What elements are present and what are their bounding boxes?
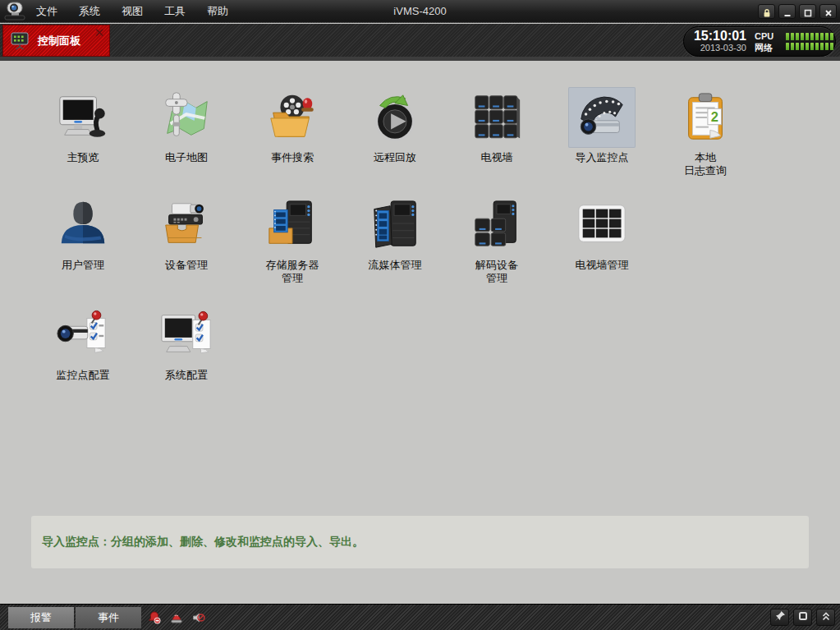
tile-system-config[interactable]: 系统配置 xyxy=(133,305,240,382)
menu-item-view[interactable]: 视图 xyxy=(122,4,143,19)
camera-config-icon xyxy=(49,305,117,366)
network-usage-meter xyxy=(786,43,833,50)
cpu-usage-meter xyxy=(786,33,833,40)
lock-icon xyxy=(762,7,772,16)
siren-icon[interactable] xyxy=(170,611,183,628)
tile-label: 电子地图 xyxy=(133,151,240,164)
function-description-box: 导入监控点：分组的添加、删除、修改和监控点的导入、导出。 xyxy=(31,516,809,568)
status-bar-buttons xyxy=(770,609,835,626)
tile-label: 电视墙 xyxy=(443,151,550,164)
import-camera-icon xyxy=(568,87,636,148)
menu-item-system[interactable]: 系统 xyxy=(79,4,100,19)
maximize-icon xyxy=(803,7,813,16)
menu-item-file[interactable]: 文件 xyxy=(36,4,57,19)
tile-label: 主预览 xyxy=(30,151,136,164)
tile-label: 本地日志查询 xyxy=(652,151,759,177)
close-button[interactable] xyxy=(819,4,837,19)
stream-media-icon xyxy=(361,195,429,255)
pin-button[interactable] xyxy=(770,609,789,626)
alarm-clear-icon[interactable] xyxy=(148,611,161,628)
tv-wall-icon xyxy=(463,87,530,148)
user-management-icon xyxy=(49,195,117,255)
tile-label: 用户管理 xyxy=(30,259,136,272)
svg-text:2: 2 xyxy=(711,109,718,124)
clock-date: 2013-03-30 xyxy=(684,44,746,53)
tile-user-management[interactable]: 用户管理 xyxy=(30,195,136,272)
system-monitor-pill: 15:10:01 2013-03-30 CPU 网络 xyxy=(683,26,836,57)
tile-local-log[interactable]: 2本地日志查询 xyxy=(652,87,759,177)
tile-device-management[interactable]: 设备管理 xyxy=(133,195,240,272)
tile-emap[interactable]: 电子地图 xyxy=(133,87,240,164)
panel-restore-button[interactable] xyxy=(793,609,812,626)
remote-playback-icon xyxy=(361,87,429,148)
tile-camera-config[interactable]: 监控点配置 xyxy=(30,305,136,382)
tile-storage-server[interactable]: 存储服务器管理 xyxy=(239,195,346,285)
tile-label: 流媒体管理 xyxy=(342,259,448,272)
tile-stream-media[interactable]: 流媒体管理 xyxy=(342,195,448,272)
tile-label: 设备管理 xyxy=(133,259,240,272)
tile-import-camera[interactable]: 导入监控点 xyxy=(549,87,655,164)
cctv-camera-logo-icon xyxy=(2,1,30,22)
storage-server-icon xyxy=(259,195,326,255)
tile-tv-wall-mgmt[interactable]: 电视墙管理 xyxy=(549,195,655,272)
app-window: 文件系统视图工具帮助 iVMS-4200 控制面板 ✕ 15:10:01 xyxy=(0,0,840,630)
emap-icon xyxy=(153,87,220,148)
clock-time: 15:10:01 xyxy=(684,30,746,44)
tile-label: 电视墙管理 xyxy=(549,259,655,272)
tile-label: 远程回放 xyxy=(342,151,448,164)
close-icon xyxy=(824,7,833,16)
window-controls xyxy=(758,4,837,19)
menu-bar-items: 文件系统视图工具帮助 xyxy=(0,4,228,19)
status-bar-icons xyxy=(148,611,205,628)
tile-label: 系统配置 xyxy=(133,369,240,382)
panel-restore-icon xyxy=(797,610,809,625)
maximize-button[interactable] xyxy=(799,4,816,19)
tab-control-panel[interactable]: 控制面板 ✕ xyxy=(2,25,110,57)
device-management-icon xyxy=(153,195,220,255)
collapse-icon xyxy=(820,610,832,625)
tile-tv-wall[interactable]: 电视墙 xyxy=(443,87,550,164)
tile-label: 解码设备管理 xyxy=(443,259,550,285)
decoder-icon xyxy=(463,195,530,255)
event-search-icon xyxy=(259,87,326,148)
tile-label: 存储服务器管理 xyxy=(239,259,346,285)
main-preview-icon xyxy=(49,87,117,148)
local-log-icon: 2 xyxy=(672,87,739,148)
tile-label: 监控点配置 xyxy=(30,369,136,382)
minimize-button[interactable] xyxy=(778,4,796,19)
control-panel-icon xyxy=(10,31,30,51)
network-label: 网络 xyxy=(755,42,784,53)
window-title: iVMS-4200 xyxy=(393,5,446,17)
status-bar: 报警 事件 xyxy=(0,604,840,630)
collapse-button[interactable] xyxy=(816,609,835,626)
tile-label: 事件搜索 xyxy=(239,151,346,164)
tab-label: 控制面板 xyxy=(38,34,80,48)
tab-bar: 控制面板 ✕ 15:10:01 2013-03-30 CPU 网络 xyxy=(0,24,840,61)
lock-button[interactable] xyxy=(758,4,775,19)
system-config-icon xyxy=(153,305,220,366)
minimize-icon xyxy=(783,7,792,16)
function-description-text: 导入监控点：分组的添加、删除、修改和监控点的导入、导出。 xyxy=(42,535,364,550)
tile-remote-playback[interactable]: 远程回放 xyxy=(342,87,448,164)
tile-decoder[interactable]: 解码设备管理 xyxy=(443,195,550,285)
tile-event-search[interactable]: 事件搜索 xyxy=(239,87,346,164)
tile-main-preview[interactable]: 主预览 xyxy=(30,87,136,164)
audio-mute-icon[interactable] xyxy=(192,611,205,628)
pin-icon xyxy=(774,610,786,625)
menu-item-help[interactable]: 帮助 xyxy=(207,4,228,19)
tv-wall-mgmt-icon xyxy=(568,195,636,255)
tab-close-icon[interactable]: ✕ xyxy=(94,27,104,39)
event-tab[interactable]: 事件 xyxy=(76,607,141,628)
tile-label: 导入监控点 xyxy=(549,151,655,164)
alarm-tab[interactable]: 报警 xyxy=(8,607,74,628)
cpu-label: CPU xyxy=(755,30,784,42)
menu-item-tools[interactable]: 工具 xyxy=(164,4,186,19)
title-bar: 文件系统视图工具帮助 iVMS-4200 xyxy=(0,0,840,23)
